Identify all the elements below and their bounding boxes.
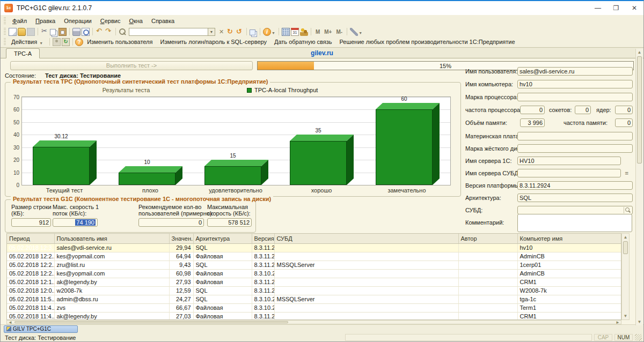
scrollbar-thumb[interactable] xyxy=(623,241,628,254)
gilev-ru-link[interactable]: gilev.ru xyxy=(108,49,536,57)
new-document-icon[interactable] xyxy=(9,28,17,36)
action-link[interactable]: Дать обратную связь xyxy=(270,37,335,47)
close-button[interactable]: ✕ xyxy=(625,1,643,15)
table-row[interactable]: 05.02.2018 11:5...admin@dbss.ru24,27SQL8… xyxy=(7,295,621,303)
table-row[interactable]: 05.02.2018 11:4...ak@legendy.by27,03Файл… xyxy=(7,312,621,320)
menu-item[interactable]: Правка xyxy=(31,16,60,26)
scroll-right-icon[interactable]: ► xyxy=(616,320,620,325)
dbms-field[interactable] xyxy=(517,206,633,214)
copy-icon[interactable] xyxy=(50,29,56,35)
table-row[interactable]: 05.02.2018 11:4...zvs66,67Файловая8.3.10… xyxy=(7,303,621,312)
memory-button[interactable]: M- xyxy=(334,29,345,35)
redo-icon[interactable] xyxy=(105,28,113,36)
menu-item[interactable]: Окна xyxy=(125,16,147,26)
chart-bar[interactable] xyxy=(290,135,354,185)
scroll-up-icon[interactable]: ▲ xyxy=(636,50,643,55)
chart-bar[interactable] xyxy=(33,140,97,185)
windows-icon[interactable] xyxy=(250,29,255,35)
action-link[interactable]: Решение любых проблем производительности… xyxy=(335,37,518,47)
help-icon[interactable] xyxy=(75,38,83,46)
column-header[interactable]: Пользователь имя xyxy=(54,234,169,243)
cpufreq-field[interactable]: 0 xyxy=(520,106,545,114)
column-header[interactable]: Версия ... xyxy=(252,234,274,243)
memory-button[interactable]: M xyxy=(313,29,322,35)
column-header[interactable]: СУБД xyxy=(274,234,458,243)
chart-bar[interactable] xyxy=(376,103,440,185)
scroll-left-icon[interactable]: ◄ xyxy=(8,320,12,325)
computer-field[interactable]: hv10 xyxy=(517,80,633,88)
save-icon[interactable] xyxy=(27,28,35,36)
user-report-icon[interactable] xyxy=(53,38,61,46)
gilv-task-button[interactable]: GILV TPC+G1C xyxy=(4,325,78,333)
menu-item[interactable]: Файл xyxy=(8,16,31,26)
menu-item[interactable]: Сервис xyxy=(96,16,125,26)
print-preview-icon[interactable] xyxy=(82,28,90,36)
scrollbar-thumb[interactable] xyxy=(14,321,288,323)
table-row[interactable]: 05.02.2018 12:2...kes@yopmail.com60,98Фа… xyxy=(7,269,621,278)
undo-icon[interactable] xyxy=(96,28,104,36)
clear-icon[interactable] xyxy=(217,28,225,36)
minimize-button[interactable]: — xyxy=(589,1,607,15)
paste-icon[interactable] xyxy=(58,28,67,36)
memory-button[interactable]: M+ xyxy=(322,29,334,35)
print-icon[interactable] xyxy=(72,28,80,36)
action-link[interactable]: Изменить логин/пароль к SQL-серверу xyxy=(156,37,270,47)
search-icon[interactable] xyxy=(119,28,127,36)
server1c-field[interactable]: HV10 xyxy=(517,157,621,165)
tab-tpc-a[interactable]: TPC-A xyxy=(6,48,40,58)
scrollbar-thumb[interactable] xyxy=(637,56,642,163)
menu-item[interactable]: Операции xyxy=(60,16,96,26)
table-row[interactable]: 05.02.2018 12:0...w2008-7k12,59SQL8.3.11… xyxy=(7,286,621,295)
actions-menu-button[interactable]: Действия ▼ xyxy=(8,38,47,46)
calendar-icon[interactable]: 31 xyxy=(291,28,299,36)
cut-icon[interactable] xyxy=(41,28,49,36)
ram-field[interactable]: 3 996 xyxy=(520,118,545,127)
maximize-button[interactable]: ❐ xyxy=(607,1,625,15)
search-icon[interactable] xyxy=(624,207,632,213)
table-horizontal-scrollbar[interactable]: ◄ ► xyxy=(6,320,621,324)
search-input[interactable] xyxy=(129,28,208,36)
table-row[interactable]: 05.02.2018 12:2...kes@yopmail.com64,94Фа… xyxy=(7,252,621,261)
comment-input[interactable] xyxy=(517,214,632,232)
g1c-users-field[interactable]: 0 xyxy=(138,218,204,227)
info-icon[interactable] xyxy=(263,28,271,36)
scroll-up-icon[interactable]: ▲ xyxy=(622,235,629,240)
refresh-icon[interactable] xyxy=(226,28,235,36)
column-header[interactable]: Компьютер имя xyxy=(517,234,621,243)
run-test-button[interactable]: Выполнить тест -> xyxy=(10,61,253,70)
menu-item[interactable]: Справка xyxy=(147,16,179,26)
column-header[interactable]: Период xyxy=(7,234,54,243)
tools-icon[interactable] xyxy=(350,28,358,36)
platform-field[interactable]: 8.3.11.2924 xyxy=(517,181,633,190)
column-header[interactable]: Автор xyxy=(458,234,517,243)
ramfreq-field[interactable]: 0 xyxy=(615,118,633,127)
column-header[interactable]: Значен... xyxy=(169,234,193,243)
table-row[interactable]: 05.02.2018 12:1...ak@legendy.by27,93Файл… xyxy=(7,278,621,286)
table-vertical-scrollbar[interactable]: ▲ ▼ xyxy=(621,233,630,320)
chevron-down-icon[interactable]: ▼ xyxy=(208,28,215,36)
hdd-field[interactable] xyxy=(517,144,633,153)
chart-bar[interactable] xyxy=(119,166,182,185)
open-folder-icon[interactable] xyxy=(18,28,26,36)
window-vertical-scrollbar[interactable]: ▲ ▼ xyxy=(635,49,643,325)
table-row[interactable]: 05.02.2018 12:3...sales@vdi-service.ru29… xyxy=(7,243,621,252)
resize-grip[interactable] xyxy=(635,334,642,341)
cpu-field[interactable] xyxy=(517,93,633,101)
scroll-down-icon[interactable]: ▼ xyxy=(622,314,629,318)
sockets-field[interactable]: 0 xyxy=(575,106,591,114)
scroll-down-icon[interactable]: ▼ xyxy=(636,319,643,324)
user-field[interactable]: sales@vdi-service.ru xyxy=(517,67,633,76)
g1c-maxspeed-field[interactable]: 578 512 xyxy=(207,218,252,227)
g1c-rowsize-field[interactable]: 912 xyxy=(11,218,51,227)
arch-field[interactable]: SQL xyxy=(517,194,633,202)
user-update-icon[interactable] xyxy=(62,38,70,46)
users-icon[interactable] xyxy=(300,28,308,36)
rollback-icon[interactable] xyxy=(236,28,244,36)
motherboard-field[interactable] xyxy=(517,132,633,140)
cores-field[interactable]: 0 xyxy=(615,106,633,114)
column-header[interactable]: Архитектура xyxy=(193,234,252,243)
chart-bar[interactable] xyxy=(204,160,268,185)
action-link[interactable]: Изменить пользователя xyxy=(83,37,156,47)
serverdb-field[interactable] xyxy=(517,169,621,177)
g1c-speed1-field[interactable]: 74 190 xyxy=(53,218,98,227)
